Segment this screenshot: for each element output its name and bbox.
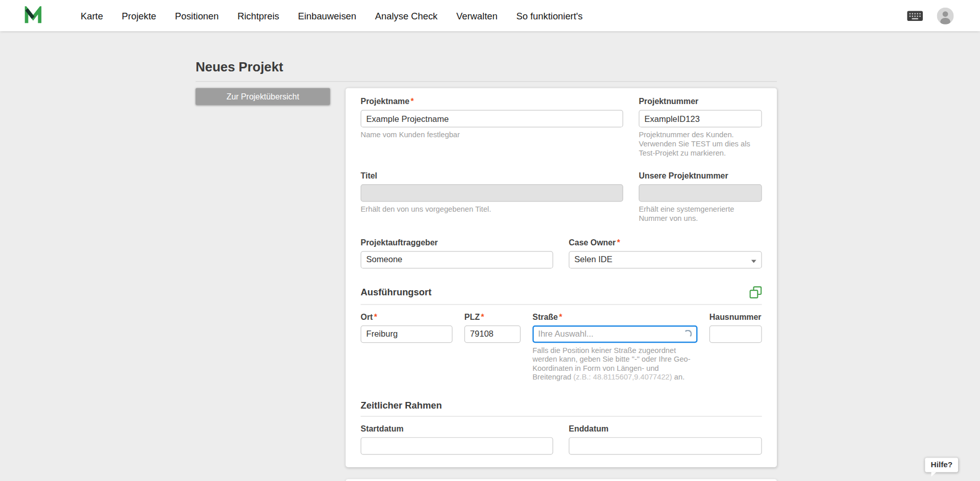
case-owner-selected-value: Selen IDE — [569, 251, 762, 268]
zeitlicher-rahmen-title: Zeitlicher Rahmen — [361, 399, 442, 410]
project-form-card: Projektname* Name vom Kunden festlegbar … — [346, 88, 777, 467]
field-enddatum: Enddatum — [569, 424, 762, 454]
loading-spinner-icon — [684, 330, 692, 338]
case-owner-select[interactable]: Selen IDE — [569, 251, 762, 268]
mineral-minds-logo[interactable] — [22, 6, 44, 25]
field-strasse: Straße* Falls die Position keiner Straße… — [532, 312, 697, 382]
required-marker: * — [617, 238, 620, 247]
plz-label-text: PLZ — [464, 312, 480, 321]
content-wrapper: Neues Projekt Zur Projektübersicht Proje… — [195, 31, 777, 481]
required-marker: * — [411, 97, 414, 106]
nav-right-cluster — [907, 7, 954, 24]
keyboard-icon[interactable] — [907, 10, 923, 21]
top-nav: Karte Projekte Positionen Richtpreis Ein… — [0, 0, 980, 31]
enddatum-label: Enddatum — [569, 424, 762, 433]
case-owner-label: Case Owner* — [569, 238, 762, 247]
main-nav: Karte Projekte Positionen Richtpreis Ein… — [71, 10, 592, 21]
strasse-label: Straße* — [532, 312, 697, 321]
logo-icon — [22, 6, 44, 25]
field-plz: PLZ* — [464, 312, 521, 343]
plz-label: PLZ* — [464, 312, 521, 321]
field-projektauftraggeber: Projektauftraggeber — [361, 238, 553, 268]
nav-item-richtpreis[interactable]: Richtpreis — [228, 10, 288, 21]
titel-label: Titel — [361, 171, 623, 181]
case-owner-label-text: Case Owner — [569, 238, 616, 247]
startdatum-label: Startdatum — [361, 424, 553, 433]
unsere-projektnummer-helper: Erhält eine systemgenerierte Nummer von … — [639, 205, 762, 223]
projektauftraggeber-label: Projektauftraggeber — [361, 238, 553, 247]
nav-item-so-funktionierts[interactable]: So funktioniert's — [507, 10, 592, 21]
field-projektname: Projektname* Name vom Kunden festlegbar — [361, 97, 623, 140]
nav-item-verwalten[interactable]: Verwalten — [447, 10, 507, 21]
projektnummer-label: Projektnummer — [639, 97, 762, 106]
titel-input — [361, 184, 623, 201]
strasse-input-wrap — [532, 325, 697, 343]
hausnummer-input[interactable] — [709, 325, 762, 343]
nav-item-projekte[interactable]: Projekte — [112, 10, 165, 21]
strasse-helper: Falls die Position keiner Straße zugeord… — [532, 346, 697, 382]
section-zeitlicher-rahmen: Zeitlicher Rahmen — [361, 399, 762, 416]
content-columns: Zur Projektübersicht Projektname* Name v… — [195, 88, 777, 467]
projektname-label-text: Projektname — [361, 97, 410, 106]
ort-label: Ort* — [361, 312, 453, 321]
ausfuehrungsort-title: Ausführungsort — [361, 287, 432, 298]
user-avatar-icon[interactable] — [937, 7, 954, 24]
field-hausnummer: Hausnummer — [709, 312, 762, 343]
field-unsere-projektnummer: Unsere Projektnummer Erhält eine systemg… — [639, 171, 762, 223]
field-projektnummer: Projektnummer Projektnummer des Kunden. … — [639, 97, 762, 158]
ort-label-text: Ort — [361, 312, 373, 321]
main-area: Neues Projekt Zur Projektübersicht Proje… — [0, 31, 980, 481]
row-dates: Startdatum Enddatum — [361, 424, 762, 454]
copy-icon[interactable] — [749, 286, 762, 298]
field-case-owner: Case Owner* Selen IDE — [569, 238, 762, 268]
projektname-helper: Name vom Kunden festlegbar — [361, 131, 623, 140]
nav-item-positionen[interactable]: Positionen — [165, 10, 228, 21]
field-titel: Titel Erhält den von uns vorgegebenen Ti… — [361, 171, 623, 214]
strasse-helper-suffix: an. — [674, 373, 684, 382]
projektnummer-input[interactable] — [639, 110, 762, 128]
row-titel-unsere-nummer: Titel Erhält den von uns vorgegebenen Ti… — [361, 171, 762, 223]
projektauftraggeber-input[interactable] — [361, 251, 553, 268]
required-marker: * — [374, 312, 377, 321]
strasse-label-text: Straße — [532, 312, 558, 321]
projektname-input[interactable] — [361, 110, 623, 128]
unsere-projektnummer-input — [639, 184, 762, 201]
required-marker: * — [481, 312, 484, 321]
enddatum-input[interactable] — [569, 437, 762, 454]
nav-item-karte[interactable]: Karte — [71, 10, 113, 21]
nav-item-einbauweisen[interactable]: Einbauweisen — [288, 10, 365, 21]
row-location: Ort* PLZ* Straße* — [361, 312, 762, 382]
back-to-projects-button[interactable]: Zur Projektübersicht — [195, 88, 330, 105]
strasse-input[interactable] — [532, 325, 697, 343]
projektnummer-helper: Projektnummer des Kunden. Verwenden Sie … — [639, 131, 762, 158]
app-root: Karte Projekte Positionen Richtpreis Ein… — [0, 0, 980, 481]
title-divider — [195, 81, 777, 82]
unsere-projektnummer-label: Unsere Projektnummer — [639, 171, 762, 181]
projektname-label: Projektname* — [361, 97, 623, 106]
nav-item-analyse-check[interactable]: Analyse Check — [365, 10, 447, 21]
strasse-helper-example: (z.B.: 48.8115607,9.4077422) — [573, 373, 672, 382]
field-ort: Ort* — [361, 312, 453, 343]
chevron-down-icon — [751, 260, 756, 263]
field-startdatum: Startdatum — [361, 424, 553, 454]
ort-input[interactable] — [361, 325, 453, 343]
row-name-number: Projektname* Name vom Kunden festlegbar … — [361, 97, 762, 158]
plz-input[interactable] — [464, 325, 521, 343]
hausnummer-label: Hausnummer — [709, 312, 762, 321]
section-ausfuehrungsort: Ausführungsort — [361, 286, 762, 305]
page-title: Neues Projekt — [195, 59, 777, 74]
row-auftraggeber-owner: Projektauftraggeber Case Owner* Selen ID… — [361, 238, 762, 268]
titel-helper: Erhält den von uns vorgegebenen Titel. — [361, 205, 623, 214]
help-button[interactable]: Hilfe? — [925, 458, 959, 472]
next-card-sliver — [346, 479, 777, 481]
startdatum-input[interactable] — [361, 437, 553, 454]
left-column: Zur Projektübersicht — [195, 88, 330, 105]
required-marker: * — [559, 312, 562, 321]
